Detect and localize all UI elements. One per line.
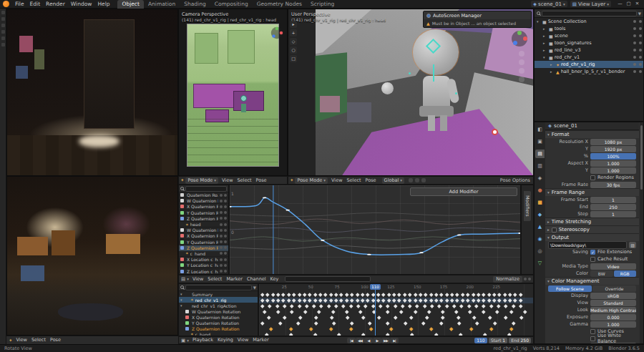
- keyframe[interactable]: [414, 293, 417, 296]
- keyframe[interactable]: [362, 316, 366, 319]
- keyframe[interactable]: [509, 327, 513, 331]
- footer-menu-item[interactable]: Select: [29, 336, 48, 344]
- keyframe[interactable]: [434, 293, 438, 296]
- keyframe[interactable]: [332, 321, 336, 325]
- scrollbar-thumb[interactable]: [640, 125, 643, 190]
- keyframe[interactable]: [379, 304, 382, 308]
- value-field[interactable]: 1.000: [590, 167, 636, 174]
- keyframe[interactable]: [260, 321, 264, 325]
- graph-channel-row[interactable]: W Quaternion Ro...: [179, 198, 228, 204]
- keyframe[interactable]: [358, 310, 362, 313]
- keyframe[interactable]: [494, 321, 497, 325]
- disclosure-icon[interactable]: ▾: [543, 55, 547, 59]
- keyframe[interactable]: [482, 293, 486, 296]
- orientation-dropdown[interactable]: Global ▾: [382, 177, 405, 184]
- keyframe[interactable]: [329, 293, 333, 296]
- dopesheet-channel-row[interactable]: W Quaternion Rotation: [179, 308, 258, 314]
- keyframe[interactable]: [445, 304, 449, 308]
- y-axis-handle[interactable]: [517, 31, 522, 35]
- channel-visibility-icon[interactable]: [220, 240, 223, 243]
- workspace-tab[interactable]: Animation: [144, 0, 180, 9]
- transport-button[interactable]: ▶|: [390, 338, 399, 343]
- value-dropdown[interactable]: Standard: [590, 300, 636, 306]
- keyframe[interactable]: [289, 327, 293, 331]
- keyframe[interactable]: [334, 293, 338, 296]
- checkbox[interactable]: [552, 228, 557, 233]
- dopesheet-channel-row[interactable]: Y Quaternion Rotation: [179, 320, 258, 326]
- keyframe[interactable]: [457, 316, 460, 319]
- keyframe[interactable]: [313, 293, 317, 296]
- hide-viewport-icon[interactable]: [633, 56, 636, 59]
- y-axis-handle[interactable]: [275, 27, 279, 31]
- keyframe[interactable]: [496, 310, 499, 313]
- frame-end-field[interactable]: End 250: [509, 338, 531, 343]
- channel-visibility-icon[interactable]: [220, 229, 223, 232]
- keyframe[interactable]: [266, 293, 270, 296]
- dopesheet-channel-row[interactable]: ▾ red_chr_v1_rigAction: [179, 303, 258, 308]
- keyframe[interactable]: [400, 310, 404, 313]
- keyframe[interactable]: [350, 293, 353, 296]
- value-field[interactable]: 1: [590, 197, 636, 203]
- channel-visibility-icon[interactable]: [220, 194, 223, 197]
- channel-visibility-icon[interactable]: [220, 200, 223, 202]
- channel-visibility-icon[interactable]: [220, 217, 223, 220]
- keyframe[interactable]: [489, 304, 493, 308]
- checkbox[interactable]: [590, 329, 595, 334]
- keyframe[interactable]: [366, 293, 370, 296]
- section-header-format[interactable]: ▾ Format: [545, 130, 639, 138]
- keyframe[interactable]: [329, 327, 333, 331]
- graph-channel-row[interactable]: X Quaternion Ro...: [179, 204, 228, 210]
- menubar-item[interactable]: Render: [43, 0, 68, 9]
- menubar-item[interactable]: Help: [94, 0, 112, 9]
- keyframe[interactable]: [275, 304, 279, 308]
- channel-visibility-icon[interactable]: [220, 246, 223, 249]
- transport-button[interactable]: ▶: [373, 338, 381, 343]
- panel-icon[interactable]: [1, 30, 5, 34]
- x-axis-handle[interactable]: [523, 36, 527, 41]
- keyframe[interactable]: [425, 316, 429, 319]
- mode-option-button[interactable]: Override: [592, 285, 636, 292]
- keyframe[interactable]: [314, 316, 318, 319]
- outliner-item[interactable]: ▸ ▦ scene: [535, 32, 643, 39]
- channel-lock-icon[interactable]: [224, 270, 227, 273]
- keyframe[interactable]: [409, 316, 413, 319]
- scene-selector[interactable]: ◈ scene_01 ▾: [531, 1, 567, 7]
- keyframe[interactable]: [271, 293, 275, 296]
- outliner-item[interactable]: ▸ ▦ red_line_v3: [535, 47, 643, 54]
- channel-lock-icon[interactable]: [224, 252, 227, 255]
- tool-button[interactable]: ○: [290, 47, 297, 54]
- channel-visibility-icon[interactable]: [220, 258, 223, 261]
- keyframe[interactable]: [422, 321, 426, 325]
- section-header-stereoscopy[interactable]: ▸ Stereoscopy: [545, 225, 639, 233]
- value-field[interactable]: 1080 px: [590, 139, 636, 145]
- output-path-field[interactable]: \Downloads\gay\: [548, 241, 627, 249]
- close-button[interactable]: ✕: [633, 0, 641, 8]
- workspace-tab[interactable]: Object: [117, 0, 143, 9]
- keyframe[interactable]: [504, 316, 507, 319]
- keyframe[interactable]: [312, 304, 316, 308]
- maximize-button[interactable]: ▢: [625, 0, 633, 8]
- hide-viewport-icon[interactable]: [633, 20, 636, 23]
- keyframe[interactable]: [298, 316, 302, 319]
- keyframe[interactable]: [445, 293, 449, 296]
- keyframe[interactable]: [303, 293, 306, 296]
- properties-tab[interactable]: ▥: [535, 162, 545, 170]
- disclosure-icon[interactable]: ▸: [550, 62, 555, 67]
- keyframe[interactable]: [267, 316, 270, 319]
- channel-visibility-icon[interactable]: [220, 264, 223, 267]
- disclosure-icon[interactable]: ▾: [537, 19, 541, 24]
- keyframe[interactable]: [296, 321, 300, 325]
- transport-button[interactable]: ◀: [364, 338, 373, 343]
- keyframe[interactable]: [387, 293, 391, 296]
- keyframe[interactable]: [409, 327, 413, 331]
- camera-view-icon[interactable]: [519, 68, 525, 74]
- channel-lock-icon[interactable]: [224, 235, 227, 238]
- filter-icon[interactable]: ▼: [638, 11, 641, 16]
- z-axis-handle[interactable]: [272, 34, 275, 38]
- rig-control-dot[interactable]: [409, 72, 411, 74]
- keyframe[interactable]: [260, 293, 264, 296]
- channel-visibility-icon[interactable]: [220, 205, 223, 208]
- open-folder-button[interactable]: ▨: [629, 242, 636, 248]
- playhead[interactable]: [375, 284, 376, 336]
- keyframe[interactable]: [519, 293, 522, 296]
